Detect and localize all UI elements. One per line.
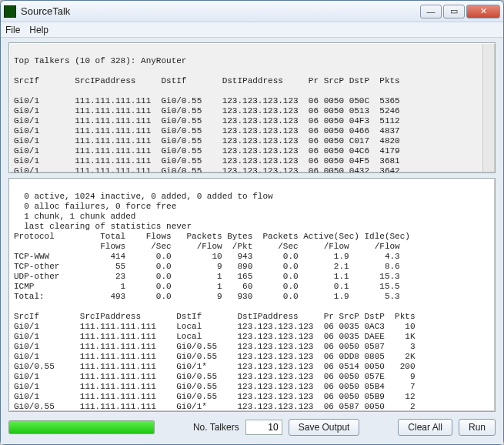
status-line: 0 active, 1024 inactive, 0 added, 0 adde… — [14, 192, 273, 201]
talkers-columns: SrcIf SrcIPaddress DstIf DstIPaddress Pr… — [14, 76, 400, 85]
client-area: Top Talkers (10 of 328): AnyRouter SrcIf… — [1, 38, 503, 444]
flow-row: Gi0/1 111.111.111.111 Gi0/0.55 123.123.1… — [14, 352, 416, 361]
status-line: last clearing of statistics never — [14, 222, 192, 231]
maximize-button[interactable]: ▭ — [443, 5, 465, 18]
progress-fill — [9, 421, 154, 433]
talkers-row: Gi0/1 111.111.111.111 Gi0/0.55 123.123.1… — [14, 126, 400, 136]
proto-header2: Flows /Sec /Flow /Pkt /Sec /Flow /Flow — [14, 242, 400, 251]
app-window: SourceTalk — ▭ ✕ File Help Top Talkers (… — [0, 0, 504, 445]
proto-header: Protocol Total Flows Packets Bytes Packe… — [14, 232, 410, 241]
proto-row: TCP-other 55 0.0 9 890 0.0 2.1 8.6 — [14, 262, 400, 271]
titlebar[interactable]: SourceTalk — ▭ ✕ — [1, 1, 503, 22]
talkers-row: Gi0/1 111.111.111.111 Gi0/0.55 123.123.1… — [14, 116, 400, 125]
scrollbar-icon[interactable] — [482, 44, 494, 172]
talkers-count-label: No. Talkers — [193, 422, 239, 433]
protocol-flow-panel[interactable]: 0 active, 1024 inactive, 0 added, 0 adde… — [8, 178, 496, 412]
talkers-row: Gi0/1 111.111.111.111 Gi0/0.55 123.123.1… — [14, 156, 400, 166]
flow-row: Gi0/1 111.111.111.111 Local 123.123.123.… — [14, 332, 416, 341]
save-output-button[interactable]: Save Output — [289, 419, 360, 436]
flow-row: Gi0/1 111.111.111.111 Gi0/0.55 123.123.1… — [14, 372, 416, 381]
proto-row: UDP-other 23 0.0 1 165 0.0 1.1 15.3 — [14, 272, 400, 281]
minimize-button[interactable]: — — [420, 5, 442, 18]
close-button[interactable]: ✕ — [466, 5, 500, 18]
talkers-row: Gi0/1 111.111.111.111 Gi0/0.55 123.123.1… — [14, 106, 400, 115]
menu-help[interactable]: Help — [29, 25, 48, 35]
flow-row: Gi0/1 111.111.111.111 Gi0/0.55 123.123.1… — [14, 382, 416, 391]
talkers-row: Gi0/1 111.111.111.111 Gi0/0.55 123.123.1… — [14, 136, 400, 146]
talkers-row: Gi0/1 111.111.111.111 Gi0/0.55 123.123.1… — [14, 96, 400, 105]
app-icon — [4, 5, 16, 18]
menu-file[interactable]: File — [5, 25, 20, 35]
flow-row: Gi0/0.55 111.111.111.111 Gi0/1* 123.123.… — [14, 402, 416, 411]
flow-row: Gi0/0.55 111.111.111.111 Gi0/1* 123.123.… — [14, 362, 416, 371]
progress-bar — [8, 420, 155, 434]
top-talkers-panel: Top Talkers (10 of 328): AnyRouter SrcIf… — [8, 42, 496, 173]
flow-row: Gi0/1 111.111.111.111 Gi0/0.55 123.123.1… — [14, 342, 416, 351]
proto-row: Total: 493 0.0 9 930 0.0 1.9 5.3 — [14, 292, 400, 301]
flow-row: Gi0/1 111.111.111.111 Local 123.123.123.… — [14, 322, 416, 331]
clear-all-button[interactable]: Clear All — [398, 419, 452, 436]
talkers-header: Top Talkers (10 of 328): AnyRouter — [14, 56, 186, 65]
window-title: SourceTalk — [21, 5, 420, 17]
menubar: File Help — [1, 22, 503, 38]
status-line: 0 alloc failures, 0 force free — [14, 202, 176, 211]
bottombar: No. Talkers Save Output Clear All Run — [8, 417, 496, 438]
talkers-count-input[interactable] — [245, 420, 282, 435]
status-line: 1 chunk, 1 chunk added — [14, 212, 135, 221]
proto-row: ICMP 1 0.0 1 60 0.0 0.1 15.5 — [14, 282, 400, 291]
flow-header: SrcIf SrcIPaddress DstIf DstIPaddress Pr… — [14, 312, 416, 321]
run-button[interactable]: Run — [459, 419, 496, 436]
talkers-row: Gi0/1 111.111.111.111 Gi0/0.55 123.123.1… — [14, 166, 400, 173]
talkers-row: Gi0/1 111.111.111.111 Gi0/0.55 123.123.1… — [14, 146, 400, 156]
flow-row: Gi0/1 111.111.111.111 Gi0/0.55 123.123.1… — [14, 392, 416, 401]
proto-row: TCP-WWW 414 0.0 10 943 0.0 1.9 4.3 — [14, 252, 400, 261]
